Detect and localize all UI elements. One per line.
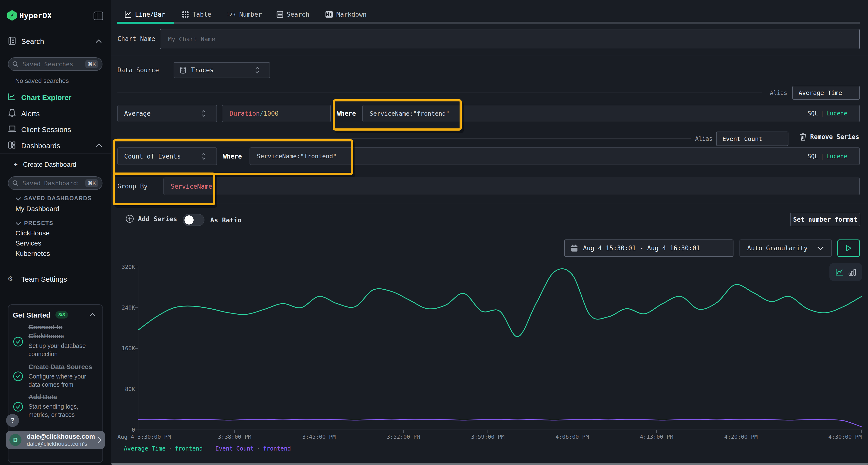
- saved-searches-input[interactable]: [22, 61, 79, 68]
- x-axis-tick-label: 4:30:00 PM: [829, 434, 862, 440]
- trash-icon: [800, 133, 806, 141]
- tab-table[interactable]: Table: [182, 10, 211, 19]
- series-1-where-query[interactable]: ServiceName:"frontend": [370, 110, 450, 117]
- saved-dashboards-input[interactable]: [22, 179, 79, 187]
- as-ratio-toggle[interactable]: [183, 214, 205, 226]
- series-2-where-query[interactable]: ServiceName:"frontend": [257, 153, 337, 160]
- time-range-value: Aug 4 15:30:01 - Aug 4 16:30:01: [583, 244, 700, 252]
- x-axis-tick-label: 4:13:00 PM: [640, 434, 673, 440]
- timeseries-chart[interactable]: [133, 265, 864, 434]
- x-axis-tick-label: 4:20:00 PM: [724, 434, 757, 440]
- get-started-step-subtitle: Configure where yourdata comes from: [28, 372, 86, 389]
- chevron-right-icon: [98, 437, 101, 443]
- sidebar-item-team-settings[interactable]: Team Settings: [21, 275, 67, 283]
- add-series-button[interactable]: Add Series: [125, 214, 177, 223]
- sidebar-item-search[interactable]: Search: [21, 37, 44, 45]
- help-button[interactable]: ?: [6, 414, 19, 427]
- get-started-step-title: Add Data: [28, 393, 57, 402]
- legend-item-average-time[interactable]: — Average Time · frontend: [117, 445, 203, 452]
- remove-series-button[interactable]: Remove Series: [800, 133, 859, 141]
- time-range-picker[interactable]: Aug 4 15:30:01 - Aug 4 16:30:01: [564, 239, 734, 257]
- lucene-toggle[interactable]: Lucene: [826, 153, 847, 160]
- series-2-where-field[interactable]: ServiceName:"frontend" SQL|Lucene: [250, 147, 860, 165]
- series-2-aggregation-select[interactable]: Count of Events: [117, 147, 217, 165]
- get-started-title: Get Started: [13, 311, 51, 319]
- tab-markdown[interactable]: Markdown: [325, 10, 367, 19]
- group-by-value[interactable]: ServiceName: [171, 183, 212, 190]
- sidebar-item-clickhouse[interactable]: ClickHouse: [16, 229, 50, 237]
- where-label: Where: [337, 110, 356, 117]
- chevron-up-icon[interactable]: [95, 39, 102, 43]
- tab-search[interactable]: Search: [277, 10, 309, 19]
- active-tab-indicator: [117, 22, 174, 24]
- sql-toggle[interactable]: SQL: [807, 110, 818, 117]
- shortcut-badge: ⌘K: [85, 60, 98, 68]
- series-divider: [117, 93, 762, 93]
- search-section-icon: [8, 37, 16, 45]
- chart-name-field[interactable]: [160, 29, 860, 49]
- series-2-alias-field[interactable]: [716, 132, 788, 146]
- x-axis-tick-label: Aug 4 3:30:00 PM: [117, 434, 171, 440]
- series-1-where-field[interactable]: ServiceName:"frontend" SQL|Lucene: [362, 105, 860, 122]
- sidebar-item-alerts[interactable]: Alerts: [21, 110, 40, 118]
- horizontal-scrollbar[interactable]: [112, 463, 868, 465]
- saved-dashboards-input-wrap: ⌘K: [8, 176, 102, 190]
- sidebar-item-my-dashboard[interactable]: My Dashboard: [16, 205, 59, 213]
- play-icon: [846, 245, 851, 252]
- query-language-toggle: SQL|Lucene: [807, 153, 847, 160]
- x-axis-tick-label: 3:38:00 PM: [218, 434, 251, 440]
- get-started-badge: 3/3: [56, 311, 68, 319]
- chart-name-input[interactable]: [167, 35, 852, 43]
- series-2-alias-input[interactable]: [722, 135, 783, 143]
- collapse-sidebar-icon[interactable]: [94, 11, 103, 20]
- section-presets[interactable]: PRESETS: [24, 220, 53, 227]
- series-1-field-expression[interactable]: Duration/1000: [222, 105, 331, 122]
- series-1-alias-input[interactable]: [798, 89, 854, 97]
- user-email: dale@clickhouse.com: [27, 433, 95, 440]
- lucene-toggle[interactable]: Lucene: [826, 110, 847, 117]
- where-label: Where: [223, 153, 242, 160]
- series-1-alias-field[interactable]: [792, 86, 860, 100]
- app-root: ⚡ HyperDX Search ⌘K No saved searches Ch…: [0, 0, 868, 465]
- set-number-format-button[interactable]: Set number format: [790, 213, 860, 226]
- group-by-field[interactable]: ServiceName: [163, 177, 860, 195]
- series-1-aggregation-select[interactable]: Average: [117, 105, 217, 122]
- tab-number[interactable]: 123 Number: [226, 10, 262, 19]
- data-source-select[interactable]: Traces: [174, 62, 270, 78]
- run-query-button[interactable]: [837, 239, 860, 257]
- chart-name-label: Chart Name: [117, 35, 155, 42]
- chevron-down-icon[interactable]: [16, 222, 21, 225]
- tab-line-bar[interactable]: Line/Bar: [124, 10, 165, 19]
- saved-searches-input-wrap: ⌘K: [8, 57, 102, 71]
- check-circle-icon: [13, 337, 23, 346]
- x-axis-tick-label: 3:59:00 PM: [471, 434, 504, 440]
- sidebar-item-services[interactable]: Services: [16, 239, 41, 247]
- chart-explorer-icon: [8, 93, 16, 100]
- database-icon: [180, 66, 186, 74]
- legend-item-event-count[interactable]: — Event Count · frontend: [209, 445, 291, 452]
- user-menu[interactable]: D dale@clickhouse.com dale@clickhouse.co…: [6, 431, 105, 449]
- sql-toggle[interactable]: SQL: [807, 153, 818, 160]
- check-circle-icon: [13, 402, 23, 411]
- table-icon: [182, 11, 189, 18]
- hyperdx-logo-icon: ⚡: [7, 10, 17, 21]
- chevron-down-icon[interactable]: [16, 197, 21, 200]
- check-circle-icon: [13, 371, 23, 381]
- divider: [111, 204, 868, 204]
- sidebar-item-dashboards[interactable]: Dashboards: [21, 142, 60, 150]
- sidebar-item-chart-explorer[interactable]: Chart Explorer: [21, 94, 71, 102]
- chevron-up-icon[interactable]: [89, 313, 95, 317]
- x-axis-tick-label: 3:52:00 PM: [387, 434, 420, 440]
- sidebar-item-client-sessions[interactable]: Client Sessions: [21, 126, 71, 134]
- chevron-up-icon[interactable]: [96, 143, 102, 147]
- chevron-down-icon: [817, 246, 824, 250]
- sidebar-item-kubernetes[interactable]: Kubernetes: [16, 250, 50, 258]
- section-saved-dashboards[interactable]: SAVED DASHBOARDS: [24, 195, 92, 202]
- granularity-select[interactable]: Auto Granularity: [740, 239, 832, 257]
- alerts-bell-icon: [8, 108, 16, 117]
- no-saved-searches-text: No saved searches: [15, 77, 69, 85]
- create-dashboard-button[interactable]: + Create Dashboard: [13, 161, 76, 169]
- x-axis-tick-label: 3:45:00 PM: [302, 434, 336, 440]
- as-ratio-label: As Ratio: [210, 217, 242, 224]
- select-updown-icon: [255, 66, 259, 74]
